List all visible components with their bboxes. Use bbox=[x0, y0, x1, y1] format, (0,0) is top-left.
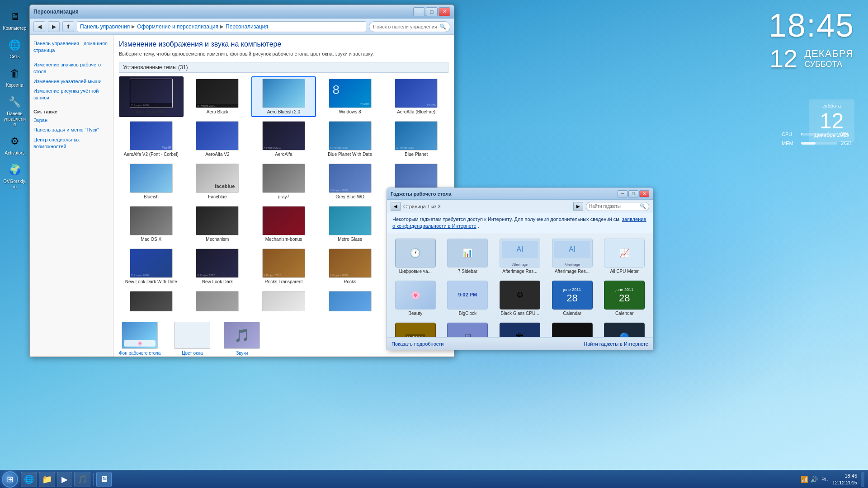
theme-thumb-newlook-dark: X Project 2010 bbox=[196, 249, 239, 278]
gadgets-prev-button[interactable]: ◀ bbox=[391, 202, 401, 211]
sidebar-link-1[interactable]: Изменение значков рабочего стола bbox=[33, 61, 109, 75]
theme-thumb-softblack: X Project 2010 bbox=[130, 291, 173, 311]
theme-name-faceblue: Faceblue bbox=[208, 194, 226, 200]
theme-aeroalfa-v2-corbel[interactable]: PaintR AeroAlfa V2 (Font - Corbel) bbox=[119, 119, 184, 160]
icon-network[interactable]: 🌐 Сеть bbox=[1, 35, 28, 61]
theme-aero-black-wd[interactable]: X Project 2010 Aero Black WD bbox=[119, 76, 184, 117]
theme-newlook-dark-date[interactable]: X Project 2010 New Look Dark With Date bbox=[119, 246, 184, 287]
theme-mechanism-bonus[interactable]: Mechanism-bonus bbox=[251, 204, 316, 244]
theme-mechanism[interactable]: Mechanism bbox=[185, 204, 250, 244]
gadget-cv-trash-blue[interactable]: 🗑 TRASH CV Trash Blue bbox=[495, 321, 545, 337]
start-button[interactable]: ⊞ bbox=[2, 471, 18, 488]
gadgets-close-button[interactable]: ✕ bbox=[639, 190, 649, 197]
theme-macosx[interactable]: Mac OS X bbox=[119, 204, 184, 244]
theme-aeroalfa-v2[interactable]: AeroAlfa V2 bbox=[185, 119, 250, 160]
tray-clock[interactable]: 18:45 12.12.2015 bbox=[832, 473, 857, 486]
gadgets-search-icon: 🔍 bbox=[640, 203, 646, 209]
icon-activators[interactable]: ⚙ Activators bbox=[1, 131, 28, 158]
theme-aero-blueish[interactable]: Aero Blueish 2.0 bbox=[251, 76, 316, 117]
icon-computer[interactable]: 🖥 Компьютер bbox=[1, 7, 28, 33]
sidebar-home-link[interactable]: Панель управления - домашняя страница bbox=[33, 40, 109, 54]
gadgets-search-bar[interactable]: 🔍 bbox=[586, 202, 649, 211]
ovgorskiy-label: OVGorskiy.ru bbox=[3, 179, 27, 190]
theme-win8-rtm[interactable]: Windows 8 RTM bbox=[318, 289, 382, 311]
gadget-desktop-clock[interactable]: 9:02 PM Desktop Clock bbox=[547, 321, 597, 337]
wallpaper-thumb: 🌸 bbox=[122, 322, 158, 349]
theme-blueish[interactable]: Blueish bbox=[119, 161, 184, 202]
theme-greyblue-wd[interactable]: X Project 2010 Grey Blue WD bbox=[318, 161, 382, 202]
back-button[interactable]: ◀ bbox=[33, 21, 45, 32]
theme-aero-black[interactable]: X Project 2010 Aero Black bbox=[185, 76, 250, 117]
gadgets-next-button[interactable]: ▶ bbox=[573, 202, 583, 211]
forward-button[interactable]: ▶ bbox=[48, 21, 60, 32]
maximize-button[interactable]: □ bbox=[426, 7, 438, 16]
theme-blueplanet-date[interactable]: X Project 2010 Blue Planet With Date bbox=[318, 119, 382, 160]
gadgets-maximize-button[interactable]: □ bbox=[628, 190, 638, 197]
gadget-calendar2[interactable]: june 2011 28 Calendar bbox=[599, 279, 649, 318]
gadget-bigclock[interactable]: 9:02 PM BigClock bbox=[443, 279, 493, 318]
gadgets-details-link[interactable]: Показать подробности bbox=[392, 341, 443, 347]
icon-control-panel[interactable]: 🔧 Панель управления bbox=[1, 92, 28, 129]
theme-blueplanet[interactable]: X Project 2010 Blue Planet bbox=[384, 119, 448, 160]
wallpaper-item[interactable]: 🌸 Фон рабочего стола Wallpaper 1 bbox=[119, 322, 160, 357]
theme-faceblue[interactable]: faceblue Faceblue bbox=[185, 161, 250, 202]
theme-softblack[interactable]: X Project 2010 Soft Black bbox=[119, 289, 184, 311]
sidebar-link-2[interactable]: Изменение указателей мыши bbox=[33, 78, 109, 85]
sidebar-also-section: См. также Экран Панель задач и меню "Пус… bbox=[33, 109, 109, 150]
icon-ovgorskiy[interactable]: 🌍 OVGorskiy.ru bbox=[1, 160, 28, 192]
theme-rocks-transparent[interactable]: X Project 2010 Rocks Transparent bbox=[251, 246, 316, 287]
gadget-afterimage-res1[interactable]: AI Afterimage Afterimage Res... bbox=[495, 237, 545, 276]
theme-aeroalfa[interactable]: X Project 2010 AeroAlfa bbox=[251, 119, 316, 160]
gadget-computer-dtu2[interactable]: 🖥 Computer dtu2 bbox=[443, 321, 493, 337]
theme-metro-glass[interactable]: Metro Glass bbox=[318, 204, 382, 244]
show-desktop-button[interactable] bbox=[861, 472, 864, 487]
theme-win8-rtm-grey[interactable]: Windows 8 RTM Grey bbox=[185, 289, 250, 311]
color-item[interactable]: Цвет окна Другой bbox=[174, 322, 210, 357]
theme-win8-rtm-white[interactable]: Windows 8 RTM White bbox=[251, 289, 316, 311]
search-input[interactable] bbox=[373, 24, 438, 29]
taskbar-media-button[interactable]: ▶ bbox=[57, 472, 72, 487]
theme-thumb-blueish bbox=[130, 164, 173, 193]
gadget-all-cpu-meter[interactable]: 📈 All CPU Meter bbox=[599, 237, 649, 276]
taskbar-ie-button[interactable]: 🌐 bbox=[21, 472, 37, 487]
gadget-calendar3[interactable]: 15:04:05 Calendar bbox=[391, 321, 440, 337]
up-button[interactable]: ⬆ bbox=[62, 21, 74, 32]
theme-newlook-dark[interactable]: X Project 2010 New Look Dark bbox=[185, 246, 250, 287]
sidebar-accessibility-link[interactable]: Центр специальных возможностей bbox=[33, 136, 109, 150]
theme-aeroalfa-bluefire[interactable]: PaintR AeroAlfa (BlueFire) bbox=[384, 76, 448, 117]
gadget-7sidebar[interactable]: 📊 7 Sidebar bbox=[443, 237, 493, 276]
breadcrumb-design[interactable]: Оформление и персонализация bbox=[137, 23, 218, 30]
theme-rocks[interactable]: X Project 2010 Rocks bbox=[318, 246, 382, 287]
gadget-diveinformant[interactable]: 🔵 DiveInformant bbox=[599, 321, 649, 337]
gadgets-online-link[interactable]: Найти гаджеты в Интернете bbox=[584, 341, 648, 347]
icon-trash[interactable]: 🗑 Корзина bbox=[1, 64, 28, 90]
gadget-digital-clock[interactable]: 🕐 Цифровые ча... bbox=[391, 237, 440, 276]
sound-thumb: 🎵 bbox=[224, 322, 260, 349]
gadget-afterimage-res2[interactable]: AI Afterimage Afterimage Res... bbox=[547, 237, 597, 276]
taskbar-explorer-button[interactable]: 📁 bbox=[39, 472, 55, 487]
theme-windows8[interactable]: 8 PaintR Windows 8 bbox=[318, 76, 382, 117]
sidebar-link-3[interactable]: Изменение рисунка учётной записи bbox=[33, 88, 109, 102]
page-title: Изменение изображения и звука на компьют… bbox=[119, 40, 448, 48]
tray-date: 12.12.2015 bbox=[832, 479, 857, 486]
clock-weekday: СУББОТА bbox=[804, 60, 854, 69]
gadget-calendar1[interactable]: june 2011 28 Calendar bbox=[547, 279, 597, 318]
breadcrumb-home[interactable]: Панель управления bbox=[80, 23, 130, 30]
search-bar[interactable]: 🔍 bbox=[369, 21, 450, 32]
gadgets-minimize-button[interactable]: ─ bbox=[618, 190, 627, 197]
window-controls: ─ □ ✕ bbox=[413, 7, 450, 16]
taskbar-wmp-button[interactable]: 🎵 bbox=[74, 472, 90, 487]
sidebar-screen-link[interactable]: Экран bbox=[33, 117, 109, 124]
minimize-button[interactable]: ─ bbox=[413, 7, 425, 16]
sidebar-taskbar-link[interactable]: Панель задач и меню "Пуск" bbox=[33, 127, 109, 133]
gadget-black-glass-cpu[interactable]: ⚙ Black Glass CPU... bbox=[495, 279, 545, 318]
breadcrumb-personal[interactable]: Персонализация bbox=[226, 23, 268, 30]
taskbar-window-button[interactable]: 🖥 bbox=[96, 472, 112, 487]
close-button[interactable]: ✕ bbox=[439, 7, 450, 16]
gadgets-controls: ─ □ ✕ bbox=[618, 190, 649, 197]
sound-item[interactable]: 🎵 Звуки По умолчанию bbox=[224, 322, 260, 357]
theme-gray7[interactable]: gray7 bbox=[251, 161, 316, 202]
gadgets-search-input[interactable] bbox=[589, 204, 640, 209]
theme-name-aeroalfa-v2: AeroAlfa V2 bbox=[205, 152, 229, 157]
gadget-beauty[interactable]: 🌸 Beauty bbox=[391, 279, 440, 318]
